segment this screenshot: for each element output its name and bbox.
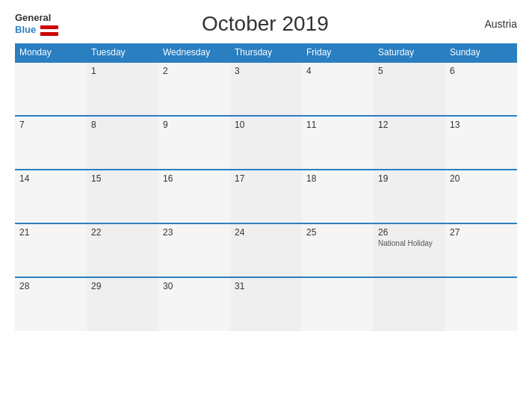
holiday-label: National Holiday (378, 239, 441, 247)
day-cell: 6 (445, 62, 517, 116)
logo-flag-icon (40, 25, 58, 36)
day-cell: 31 (230, 277, 302, 331)
table-row: 28 29 30 31 (15, 277, 517, 331)
day-cell: 13 (445, 116, 517, 170)
calendar-header: Monday Tuesday Wednesday Thursday Friday… (15, 43, 517, 62)
day-cell: 29 (87, 277, 158, 331)
day-cell: 25 (302, 223, 374, 277)
table-row: 7 8 9 10 11 12 13 (15, 116, 517, 170)
day-cell: 28 (15, 277, 87, 331)
calendar-table: Monday Tuesday Wednesday Thursday Friday… (15, 43, 517, 331)
header-sunday: Sunday (445, 43, 517, 62)
logo-blue: Blue (15, 24, 58, 36)
day-cell: 19 (374, 170, 445, 223)
svg-rect-2 (40, 32, 58, 36)
logo: General Blue (15, 12, 58, 35)
header-tuesday: Tuesday (87, 43, 158, 62)
svg-rect-1 (40, 29, 58, 32)
day-cell (445, 277, 517, 331)
day-cell: 30 (158, 277, 230, 331)
day-cell (374, 277, 445, 331)
day-cell: 14 (15, 170, 87, 223)
day-cell: 7 (15, 116, 87, 170)
day-cell: 23 (158, 223, 230, 277)
table-row: 14 15 16 17 18 19 20 (15, 170, 517, 223)
header-saturday: Saturday (374, 43, 445, 62)
day-cell: 17 (230, 170, 302, 223)
day-cell: 22 (87, 223, 158, 277)
page-title: October 2019 (58, 12, 472, 36)
header: General Blue October 2019 Austria (15, 12, 517, 36)
day-cell: 3 (230, 62, 302, 116)
calendar-body: 1 2 3 4 5 6 7 8 9 10 11 12 13 14 15 16 (15, 62, 517, 331)
calendar-page: General Blue October 2019 Austria Monday (0, 0, 532, 411)
day-cell: 9 (158, 116, 230, 170)
day-cell-holiday: 26 National Holiday (374, 223, 445, 277)
country-label: Austria (472, 18, 517, 30)
day-cell: 4 (302, 62, 374, 116)
logo-text: General Blue (15, 12, 58, 35)
header-monday: Monday (15, 43, 87, 62)
table-row: 1 2 3 4 5 6 (15, 62, 517, 116)
header-friday: Friday (302, 43, 374, 62)
day-cell: 16 (158, 170, 230, 223)
day-cell: 18 (302, 170, 374, 223)
day-cell (302, 277, 374, 331)
day-cell: 15 (87, 170, 158, 223)
header-thursday: Thursday (230, 43, 302, 62)
svg-rect-0 (40, 25, 58, 29)
day-cell (15, 62, 87, 116)
day-cell: 21 (15, 223, 87, 277)
header-wednesday: Wednesday (158, 43, 230, 62)
day-cell: 1 (87, 62, 158, 116)
day-cell: 27 (445, 223, 517, 277)
day-cell: 2 (158, 62, 230, 116)
table-row: 21 22 23 24 25 26 National Holiday 27 (15, 223, 517, 277)
weekday-header-row: Monday Tuesday Wednesday Thursday Friday… (15, 43, 517, 62)
day-cell: 10 (230, 116, 302, 170)
day-cell: 5 (374, 62, 445, 116)
logo-general: General (15, 12, 58, 24)
day-cell: 20 (445, 170, 517, 223)
day-cell: 8 (87, 116, 158, 170)
day-cell: 11 (302, 116, 374, 170)
day-cell: 24 (230, 223, 302, 277)
day-cell: 12 (374, 116, 445, 170)
